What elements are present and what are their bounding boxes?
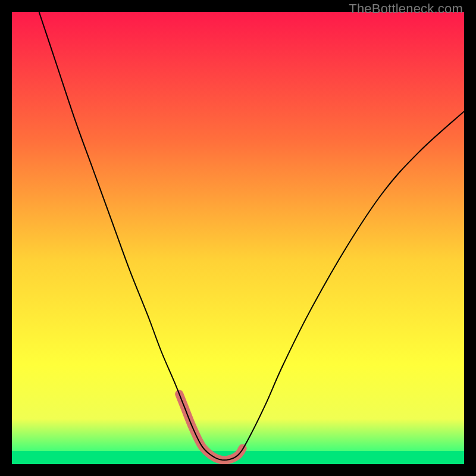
chart-background [12, 12, 464, 464]
chart-frame [12, 12, 464, 464]
watermark-text: TheBottleneck.com [349, 1, 463, 17]
bottleneck-chart [12, 12, 464, 464]
